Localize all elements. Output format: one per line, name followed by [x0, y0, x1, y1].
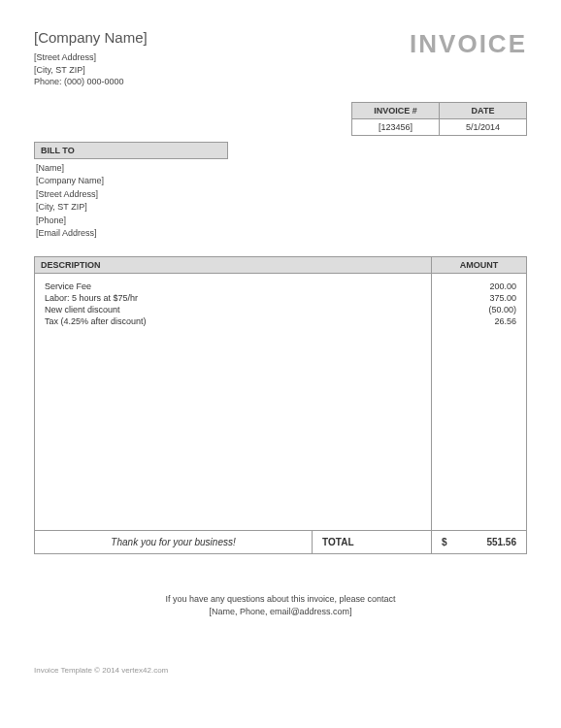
meta-date: 5/1/2014 — [440, 118, 527, 135]
invoice-meta-table: INVOICE # DATE [123456] 5/1/2014 — [351, 102, 527, 136]
item-row: Tax (4.25% after discount) 26.56 — [35, 315, 527, 327]
total-label: TOTAL — [313, 531, 431, 553]
total-amount: $ 551.56 — [432, 531, 527, 554]
questions-line1: If you have any questions about this inv… — [34, 593, 527, 606]
billto-phone: [Phone] — [34, 215, 527, 228]
total-cell-left: Thank you for your business! TOTAL — [35, 531, 432, 554]
thankyou-text: Thank you for your business! — [35, 531, 313, 553]
company-block: [Company Name] [Street Address] [City, S… — [34, 29, 148, 88]
item-row: Labor: 5 hours at $75/hr 375.00 — [35, 292, 527, 304]
item-amount: 375.00 — [432, 292, 527, 304]
billto-block: BILL TO [Name] [Company Name] [Street Ad… — [34, 142, 527, 241]
footer-note: Invoice Template © 2014 vertex42.com — [34, 666, 527, 675]
invoice-title: INVOICE — [410, 29, 527, 59]
col-description: DESCRIPTION — [35, 256, 432, 273]
item-amount: 26.56 — [432, 315, 527, 327]
meta-date-header: DATE — [440, 102, 527, 118]
billto-company: [Company Name] — [34, 175, 527, 188]
company-street: [Street Address] — [34, 51, 148, 64]
meta-invoice-header: INVOICE # — [352, 102, 440, 118]
questions-block: If you have any questions about this inv… — [34, 593, 527, 617]
items-filler — [35, 327, 527, 531]
billto-header: BILL TO — [34, 142, 228, 159]
company-cityzip: [City, ST ZIP] — [34, 64, 148, 77]
item-desc: Service Fee — [35, 273, 432, 292]
item-row: Service Fee 200.00 — [35, 273, 527, 292]
total-value: 551.56 — [486, 537, 516, 547]
col-amount: AMOUNT — [432, 256, 527, 273]
billto-email: [Email Address] — [34, 227, 527, 241]
item-desc: New client discount — [35, 304, 432, 315]
billto-name: [Name] — [34, 162, 527, 176]
total-currency: $ — [442, 537, 447, 547]
company-phone: Phone: (000) 000-0000 — [34, 76, 148, 88]
item-desc: Labor: 5 hours at $75/hr — [35, 292, 432, 304]
item-desc: Tax (4.25% after discount) — [35, 315, 432, 327]
item-amount: 200.00 — [432, 273, 527, 292]
billto-street: [Street Address] — [34, 188, 527, 202]
questions-line2: [Name, Phone, email@address.com] — [34, 606, 527, 618]
item-amount: (50.00) — [432, 304, 527, 315]
item-row: New client discount (50.00) — [35, 304, 527, 315]
billto-cityzip: [City, ST ZIP] — [34, 201, 527, 215]
company-name: [Company Name] — [34, 29, 148, 46]
items-table: DESCRIPTION AMOUNT Service Fee 200.00 La… — [34, 256, 527, 555]
meta-invoice-number: [123456] — [352, 118, 440, 135]
